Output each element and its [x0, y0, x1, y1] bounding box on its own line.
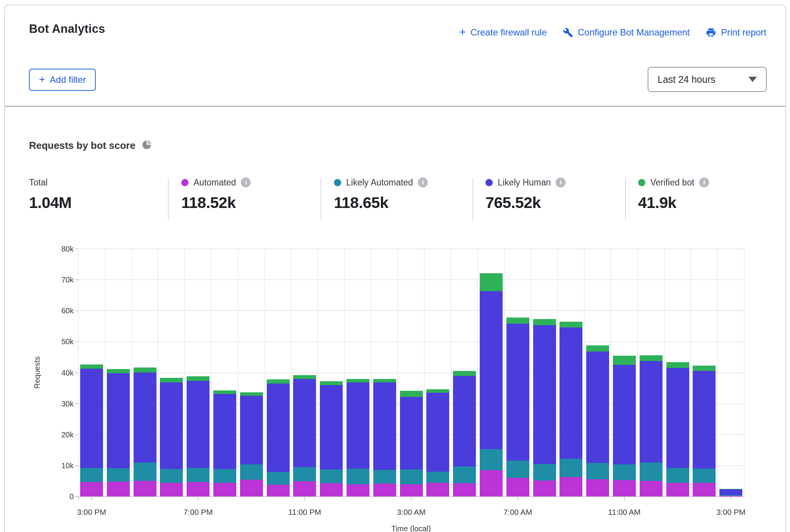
stacked-bar-3-00-pm[interactable] [719, 489, 742, 497]
y-tick-mark [75, 496, 78, 497]
stat-label: Automated [193, 177, 236, 188]
stacked-bar-10-00-pm[interactable] [267, 379, 290, 497]
bar-segment-likely-human [187, 381, 210, 468]
bar-segment-likely-human [80, 369, 103, 468]
stat-value: 1.04M [29, 194, 71, 212]
bar-segment-verified-bot [613, 356, 636, 365]
bar-segment-automated [80, 482, 103, 497]
print-report-link[interactable]: Print report [706, 27, 766, 38]
time-range-select[interactable]: Last 24 hours [648, 67, 767, 92]
stacked-bar-8-00-pm[interactable] [213, 390, 236, 497]
stacked-bar-9-00-am[interactable] [559, 322, 582, 497]
stacked-bar-10-00-am[interactable] [586, 345, 609, 497]
stat-divider [472, 178, 473, 221]
horizontal-gridline [78, 248, 744, 249]
bar-segment-automated [134, 481, 156, 497]
bar-segment-verified-bot [666, 362, 689, 368]
likely-human-legend-dot [485, 179, 493, 186]
stat-value: 765.52k [485, 194, 566, 212]
stacked-bar-7-00-am[interactable] [506, 318, 529, 497]
info-icon[interactable]: i [699, 177, 709, 187]
bar-segment-verified-bot [107, 369, 130, 373]
bar-segment-likely-human [719, 489, 742, 495]
bar-segment-verified-bot [187, 376, 210, 381]
bar-segment-automated [453, 483, 476, 497]
y-tick-label: 20k [47, 430, 74, 439]
configure-bot-management-link[interactable]: Configure Bot Management [563, 27, 690, 38]
stacked-bar-2-00-pm[interactable] [693, 366, 716, 497]
bar-segment-likely-automated [373, 470, 396, 484]
bar-segment-likely-automated [134, 463, 156, 481]
bar-segment-likely-automated [240, 464, 263, 480]
stacked-bar-7-00-pm[interactable] [187, 376, 210, 497]
stacked-bar-6-00-pm[interactable] [160, 378, 183, 497]
y-tick-mark [75, 403, 78, 404]
create-firewall-rule-label: Create firewall rule [471, 27, 547, 38]
section-heading: Requests by bot score [29, 140, 152, 152]
stacked-bar-2-00-am[interactable] [373, 379, 396, 497]
stacked-bar-6-00-am[interactable] [480, 273, 503, 497]
bar-segment-verified-bot [586, 345, 609, 351]
stacked-bar-4-00-pm[interactable] [107, 369, 130, 497]
stacked-bar-3-00-pm[interactable] [80, 364, 103, 497]
stacked-bar-4-00-am[interactable] [426, 389, 449, 497]
x-tick-label: 3:00 AM [397, 508, 426, 517]
info-icon[interactable]: i [241, 177, 251, 187]
bot-analytics-card: Bot Analytics + Create firewall rule Con… [4, 5, 786, 532]
bar-segment-verified-bot [347, 379, 369, 382]
bar-segment-likely-automated [480, 449, 503, 470]
bar-segment-likely-human [533, 325, 556, 464]
stacked-bar-3-00-am[interactable] [400, 391, 423, 497]
x-axis-title: Time (local) [391, 524, 431, 532]
bar-segment-likely-human [453, 376, 476, 467]
stacked-bar-11-00-pm[interactable] [293, 375, 316, 497]
bar-segment-likely-automated [347, 469, 369, 484]
x-tick-label: 11:00 PM [288, 508, 321, 517]
bar-segment-likely-human [506, 324, 529, 461]
header-actions: + Create firewall rule Configure Bot Man… [459, 27, 766, 38]
bar-segment-automated [613, 480, 636, 497]
bar-segment-verified-bot [134, 368, 156, 372]
x-tick-label: 7:00 PM [184, 508, 213, 517]
configure-bot-management-label: Configure Bot Management [578, 27, 690, 38]
stat-automated: Automated i 118.52k [181, 176, 251, 212]
bar-segment-likely-human [480, 291, 503, 449]
bar-segment-automated [506, 478, 529, 497]
stacked-bar-1-00-am[interactable] [347, 379, 369, 497]
bar-segment-likely-automated [187, 468, 210, 482]
bar-segment-verified-bot [293, 375, 316, 379]
stat-value: 41.9k [638, 194, 709, 212]
stacked-bar-9-00-pm[interactable] [240, 392, 263, 497]
bar-segment-likely-human [400, 397, 423, 470]
stacked-bar-12-00-am[interactable] [320, 381, 343, 497]
verified-bot-legend-dot [638, 179, 645, 186]
bar-segment-likely-human [613, 365, 636, 464]
stat-verified-bot: Verified bot i 41.9k [638, 176, 709, 212]
stacked-bar-5-00-am[interactable] [453, 371, 476, 497]
stacked-bar-11-00-am[interactable] [613, 356, 636, 497]
bar-segment-likely-automated [640, 463, 663, 481]
y-axis-title: Requests [33, 356, 42, 389]
x-tick-label: 7:00 AM [503, 508, 532, 517]
bar-segment-automated [373, 484, 396, 497]
info-icon[interactable]: i [418, 177, 428, 187]
bar-segment-likely-human [586, 351, 609, 463]
bar-segment-verified-bot [373, 379, 396, 382]
add-filter-button[interactable]: + Add filter [29, 69, 96, 91]
stacked-bar-12-00-pm[interactable] [640, 355, 663, 497]
stacked-bar-8-00-am[interactable] [533, 319, 556, 497]
create-firewall-rule-link[interactable]: + Create firewall rule [459, 27, 547, 38]
printer-icon [706, 27, 716, 38]
bar-segment-automated [533, 480, 556, 497]
bar-segment-likely-human [320, 385, 343, 469]
info-icon[interactable]: i [556, 177, 566, 187]
bar-segment-automated [480, 470, 503, 497]
bar-segment-verified-bot [559, 322, 582, 327]
stacked-bar-1-00-pm[interactable] [666, 362, 689, 497]
stat-label: Verified bot [650, 177, 694, 188]
bar-segment-verified-bot [320, 381, 343, 385]
requests-by-bot-score-chart[interactable] [78, 249, 744, 497]
stat-value: 118.65k [334, 194, 428, 212]
pie-chart-icon [142, 140, 152, 152]
stacked-bar-5-00-pm[interactable] [134, 368, 156, 497]
